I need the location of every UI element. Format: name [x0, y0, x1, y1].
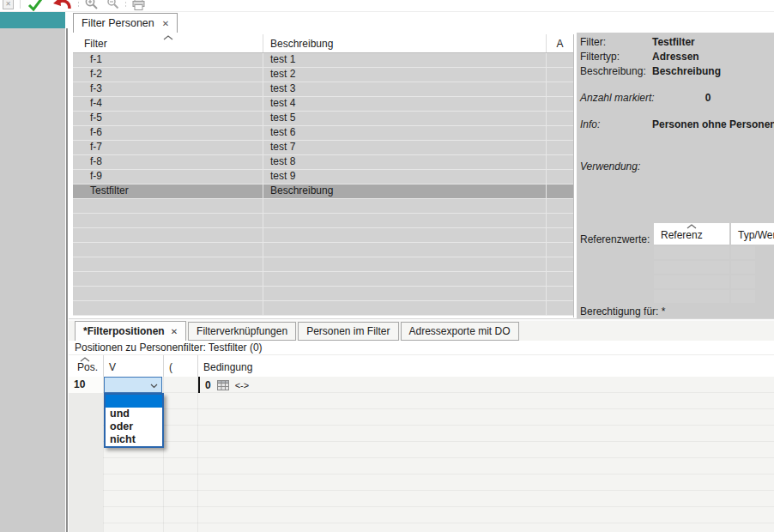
table-row[interactable]: f-8test 8: [73, 155, 573, 170]
field-value-anzahl-markiert: 0: [652, 92, 764, 104]
dropdown-item[interactable]: nicht: [106, 433, 162, 446]
column-header-referenz[interactable]: Referenz: [654, 223, 729, 245]
toolbar-separator: [125, 0, 126, 9]
table-row[interactable]: f-1test 1: [73, 53, 573, 68]
referenz-table-header: Referenz Typ/Wert: [654, 223, 774, 245]
cell-pos: 10: [69, 377, 103, 393]
toolbar: ✕: [0, 0, 774, 12]
column-header-beschreibung[interactable]: Beschreibung: [263, 34, 547, 52]
table-row[interactable]: f-9test 9: [73, 170, 573, 184]
print-icon[interactable]: [131, 0, 146, 11]
column-header-pos[interactable]: Pos.: [77, 361, 98, 373]
tab-filterverkn-pfungen[interactable]: Filterverknüpfungen: [188, 322, 296, 341]
tab-label: Filter Personen: [82, 17, 154, 29]
dropdown-item[interactable]: oder: [106, 420, 162, 433]
table-row[interactable]: TestfilterBeschreibung: [73, 184, 573, 199]
bottom-tab-bar: *Filterpositionen✕FilterverknüpfungenPer…: [75, 321, 521, 341]
tab-filterpositionen[interactable]: *Filterpositionen✕: [75, 321, 186, 341]
field-label-beschreibung: Beschreibung:: [580, 65, 646, 77]
column-divider: [103, 355, 104, 377]
bottom-pane: *Filterpositionen✕FilterverknüpfungenPer…: [69, 321, 774, 532]
field-label-info: Info:: [580, 118, 600, 130]
referenz-row: [654, 275, 774, 288]
dropdown-item[interactable]: und: [106, 408, 162, 420]
table-row[interactable]: [73, 214, 573, 228]
upper-pane: Filter Beschreibung A f-1test 1f-2test 2…: [69, 33, 774, 319]
positions-table-body: 10 0 <-> undodernicht: [69, 377, 774, 532]
application-window: ✕ Filter Personen ✕: [0, 0, 774, 532]
field-label-anzahl-markiert: Anzahl markiert:: [580, 92, 655, 104]
confirm-check-icon[interactable]: [27, 0, 44, 11]
column-header-typ-wert[interactable]: Typ/Wert: [731, 223, 774, 245]
referenz-row: [654, 246, 774, 259]
column-header-v[interactable]: V: [109, 361, 116, 373]
undo-arrow-icon[interactable]: [51, 0, 73, 11]
table-grid-icon[interactable]: [217, 380, 229, 390]
chevron-down-icon: [150, 384, 158, 389]
column-header-a[interactable]: A: [547, 34, 573, 52]
dropdown-list: undodernicht: [104, 393, 164, 448]
table-row[interactable]: [73, 287, 573, 301]
dropdown-item[interactable]: [106, 395, 162, 408]
details-panel: Filter: Testfilter Filtertyp: Adressen B…: [577, 33, 774, 319]
field-value-beschreibung: Beschreibung: [652, 65, 721, 77]
range-link-label: <->: [235, 380, 250, 390]
bedingung-value: 0: [205, 379, 211, 391]
column-divider: [197, 355, 198, 377]
referenzwerte-label: Referenzwerte:: [580, 233, 650, 245]
tab-personen-im-filter[interactable]: Personen im Filter: [298, 322, 398, 341]
field-label-filtertyp: Filtertyp:: [580, 51, 620, 63]
field-value-info: Personen ohne Personen: [652, 118, 774, 130]
referenz-table: Referenz Typ/Wert: [654, 223, 774, 303]
window-close-icon[interactable]: ✕: [3, 0, 14, 9]
positions-caption: Positionen zu Personenfilter: Testfilter…: [69, 341, 774, 355]
table-row[interactable]: [73, 301, 573, 316]
field-value-filter: Testfilter: [652, 36, 695, 48]
column-divider: [197, 377, 198, 532]
table-row[interactable]: [73, 199, 573, 214]
column-header-bedingung[interactable]: Bedingung: [203, 361, 252, 373]
sort-ascending-icon: [686, 224, 697, 229]
filter-table-header: Filter Beschreibung A: [73, 34, 573, 53]
berechtigung-label: Berechtigung für: *: [580, 305, 665, 317]
column-header-filter[interactable]: Filter: [73, 34, 263, 52]
column-header-paren[interactable]: (: [169, 361, 172, 373]
table-row[interactable]: f-5test 5: [73, 112, 573, 126]
table-row[interactable]: [73, 243, 573, 257]
sort-ascending-icon: [163, 35, 173, 40]
field-value-filtertyp: Adressen: [652, 51, 699, 63]
table-row[interactable]: f-6test 6: [73, 126, 573, 141]
table-row[interactable]: [73, 272, 573, 287]
document-tab-strip: Filter Personen ✕: [69, 12, 774, 33]
table-row[interactable]: [73, 228, 573, 243]
sidebar-body: [0, 28, 65, 532]
column-divider: [163, 355, 164, 377]
position-row[interactable]: 10 0 <->: [69, 377, 774, 393]
table-row[interactable]: f-3test 3: [73, 82, 573, 97]
zoom-in-icon[interactable]: [84, 0, 100, 11]
field-label-filter: Filter:: [580, 36, 606, 48]
close-icon[interactable]: ✕: [171, 327, 178, 336]
close-icon[interactable]: ✕: [162, 19, 169, 28]
verknuepfung-combobox[interactable]: [104, 377, 162, 393]
field-label-verwendung: Verwendung:: [580, 160, 640, 172]
cell-bedingung[interactable]: 0 <->: [198, 377, 249, 393]
table-row[interactable]: f-2test 2: [73, 68, 573, 82]
sidebar-splitter[interactable]: [66, 28, 68, 532]
positions-table-header: Pos. V ( Bedingung: [69, 355, 774, 377]
referenz-row: [654, 261, 774, 274]
zoom-out-icon[interactable]: [106, 0, 120, 10]
pos-column-strip: [69, 377, 103, 532]
toolbar-separator: [20, 0, 21, 9]
filter-table-body: f-1test 1f-2test 2f-3test 3f-4test 4f-5t…: [73, 53, 573, 316]
table-row[interactable]: f-4test 4: [73, 97, 573, 112]
table-row[interactable]: [73, 257, 573, 272]
filter-table: Filter Beschreibung A f-1test 1f-2test 2…: [73, 34, 574, 317]
table-row[interactable]: f-7test 7: [73, 141, 573, 155]
left-sidebar: [0, 12, 69, 532]
tab-filter-personen[interactable]: Filter Personen ✕: [73, 13, 178, 33]
referenz-table-body: [654, 246, 774, 303]
referenz-row: [654, 290, 774, 303]
tab-adressexporte-mit-do[interactable]: Adressexporte mit DO: [401, 322, 519, 341]
toolbar-separator: [78, 0, 79, 9]
